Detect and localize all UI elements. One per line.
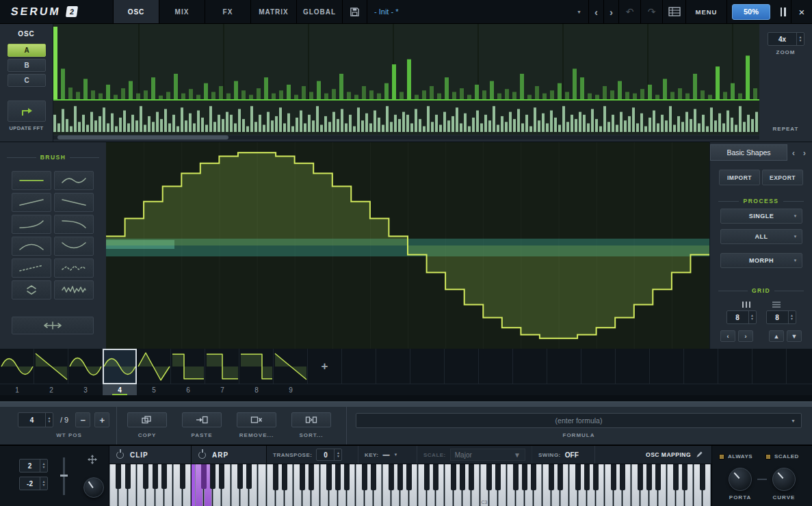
preset-prev-button[interactable]: ‹ (589, 0, 604, 23)
process-all-dropdown[interactable]: ALL▼ (720, 229, 802, 244)
scaled-led[interactable] (765, 454, 771, 460)
remove-button[interactable] (237, 412, 276, 427)
piano-key-black[interactable] (180, 464, 185, 489)
wavetable-frame-6[interactable]: 6 (171, 349, 205, 395)
wavetable-frame-1[interactable]: 1 (0, 349, 34, 395)
piano-key-black[interactable] (575, 464, 581, 490)
process-morph-dropdown[interactable]: MORPH▼ (720, 253, 802, 268)
import-button[interactable]: IMPORT (719, 170, 760, 185)
piano-key-black[interactable] (362, 464, 367, 490)
piano-key-black[interactable] (522, 464, 527, 490)
brush-ramp-up-button[interactable] (12, 193, 51, 212)
brush-ramp-down-button[interactable] (54, 193, 94, 212)
key-control[interactable]: KEY: — ▼ (358, 446, 417, 464)
preset-display[interactable]: - Init - * ▼ (367, 0, 589, 23)
export-button[interactable]: EXPORT (762, 170, 803, 185)
tab-matrix[interactable]: MATRIX (251, 0, 297, 23)
piano-key-black[interactable] (282, 464, 287, 490)
brush-dot-ramp-button[interactable] (12, 258, 51, 278)
remove-frame-button[interactable]: − (75, 412, 90, 427)
piano-key-black[interactable] (397, 464, 403, 490)
swing-control[interactable]: SWING: OFF (532, 446, 595, 464)
transpose-stepper[interactable]: 0 ▲▼ (316, 449, 342, 461)
piano-key-black[interactable] (620, 464, 625, 490)
piano-key-black[interactable] (406, 464, 412, 490)
spectrum-scrollbar-thumb[interactable] (57, 135, 228, 139)
grid-prev-button[interactable]: ‹ (720, 330, 735, 342)
piano-key-black[interactable] (700, 464, 705, 490)
brush-arc-up-button[interactable] (12, 237, 51, 256)
update-fft-button[interactable] (8, 101, 46, 122)
osc-b-button[interactable]: B (8, 59, 46, 72)
piano-key-black[interactable] (584, 464, 590, 490)
brush-line-button[interactable] (12, 171, 51, 190)
process-single-dropdown[interactable]: SINGLE▼ (720, 209, 802, 224)
piano-key-black[interactable] (309, 464, 314, 490)
scale-control[interactable]: SCALE: Major ▼ (417, 446, 532, 464)
fft-zoom-stepper[interactable]: 4x ▲▼ (768, 32, 804, 46)
waveform-editor[interactable] (106, 142, 709, 349)
piano-key-black[interactable] (673, 464, 679, 490)
porta-always-toggle[interactable]: ALWAYS (719, 453, 752, 460)
porta-knob[interactable] (729, 468, 752, 491)
piano-key-black[interactable] (143, 464, 148, 489)
tab-mix[interactable]: MIX (159, 0, 205, 23)
piano-key-black[interactable] (273, 464, 278, 490)
scale-dropdown[interactable]: Major ▼ (450, 449, 525, 461)
paste-button[interactable] (182, 412, 222, 427)
wavetable-frame-4[interactable]: 4 (103, 349, 137, 395)
preset-browser-button[interactable] (663, 0, 686, 23)
formula-input[interactable]: (enter formula) ▼ (356, 413, 802, 428)
clip-power-button[interactable] (116, 451, 124, 459)
spectrum-scrollbar[interactable] (53, 135, 759, 139)
brush-sine-button[interactable] (54, 171, 94, 190)
piano-key-black[interactable] (246, 464, 252, 489)
sort-button[interactable] (291, 412, 331, 427)
piano-key-black[interactable] (558, 464, 563, 490)
wavetable-source-select[interactable]: Basic Shapes (710, 144, 787, 161)
grid-x-stepper[interactable]: 8 ▲▼ (726, 310, 757, 324)
grid-horizontal-icon[interactable] (772, 299, 781, 311)
piano-key-black[interactable] (219, 464, 224, 489)
brush-ease-up-button[interactable] (12, 215, 51, 234)
arp-keyboard[interactable] (192, 464, 266, 506)
piano-key-black[interactable] (646, 464, 652, 490)
piano-key-black[interactable] (344, 464, 350, 490)
brush-expand-button[interactable] (12, 280, 51, 299)
piano-key-black[interactable] (161, 464, 167, 489)
tab-global[interactable]: GLOBAL (297, 0, 343, 23)
curve-knob[interactable] (772, 468, 796, 491)
piano-key-black[interactable] (335, 464, 341, 490)
copy-button[interactable] (127, 412, 167, 427)
piano-key-black[interactable] (611, 464, 616, 490)
piano-key-black[interactable] (486, 464, 492, 490)
osc-mapping-control[interactable]: OSC MAPPING (595, 446, 711, 464)
ui-zoom-button[interactable]: 50% (732, 4, 770, 20)
undo-button[interactable]: ↶ (619, 0, 641, 23)
add-frame-button[interactable]: + (94, 412, 109, 427)
source-prev-button[interactable]: ‹ (789, 148, 798, 158)
stepper-down-icon[interactable]: ▼ (797, 39, 804, 42)
close-button[interactable]: × (791, 0, 812, 23)
piano-keyboard[interactable]: C3 (267, 464, 711, 506)
grid-down-button[interactable]: ▼ (787, 330, 802, 342)
piano-key-black[interactable] (469, 464, 474, 490)
always-led[interactable] (719, 454, 724, 460)
osc-c-button[interactable]: C (8, 74, 46, 87)
frame-strip-scroll-track[interactable] (0, 395, 812, 401)
brush-dot-wave-button[interactable] (54, 258, 94, 278)
piano-key-black[interactable] (433, 464, 438, 490)
wavetable-frame-2[interactable]: 2 (34, 349, 68, 395)
redo-button[interactable]: ↷ (641, 0, 663, 23)
piano-key-black[interactable] (682, 464, 687, 490)
source-next-button[interactable]: › (800, 148, 809, 158)
brush-arc-down-button[interactable] (54, 237, 94, 256)
preset-next-button[interactable]: › (604, 0, 619, 23)
wavetable-frame-8[interactable]: 8 (239, 349, 274, 395)
piano-key-black[interactable] (495, 464, 501, 490)
grid-y-stepper[interactable]: 8 ▲▼ (766, 310, 796, 324)
brush-width-tool[interactable] (12, 317, 94, 334)
clip-keyboard[interactable] (109, 464, 191, 506)
frame-strip-scrollbar[interactable] (0, 401, 812, 407)
piano-key-black[interactable] (451, 464, 456, 490)
